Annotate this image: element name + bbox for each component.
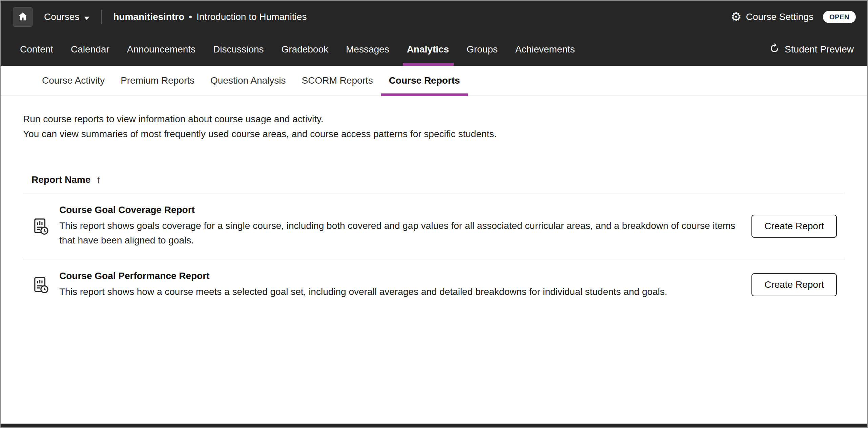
report-name-sort-button[interactable]: Report Name ↑ [32, 174, 101, 185]
bottom-window-edge [1, 424, 867, 427]
top-bar: Courses humanitiesintro • Introduction t… [1, 1, 867, 33]
home-icon [17, 11, 28, 23]
tab-calendar[interactable]: Calendar [71, 33, 109, 66]
course-nav: Content Calendar Announcements Discussio… [1, 33, 867, 66]
intro-line-1: Run course reports to view information a… [23, 112, 845, 127]
report-title: Course Goal Performance Report [59, 271, 737, 281]
tab-messages[interactable]: Messages [346, 33, 389, 66]
report-name-header-label: Report Name [32, 174, 90, 185]
report-description: This report shows goals coverage for a s… [59, 218, 737, 248]
gear-icon: ⚙ [730, 11, 741, 23]
courses-label: Courses [44, 12, 79, 22]
subtab-course-reports[interactable]: Course Reports [389, 66, 460, 95]
report-document-icon [32, 276, 49, 293]
student-preview-icon [769, 43, 780, 56]
home-button[interactable] [13, 7, 33, 27]
report-description: This report shows how a course meets a s… [59, 284, 737, 299]
tab-content[interactable]: Content [20, 33, 53, 66]
analytics-subnav: Course Activity Premium Reports Question… [1, 66, 867, 96]
open-status-badge[interactable]: OPEN [823, 11, 856, 23]
topbar-right: ⚙ Course Settings OPEN [730, 11, 856, 23]
tab-groups[interactable]: Groups [467, 33, 498, 66]
sort-ascending-icon: ↑ [96, 174, 101, 185]
report-row-performance: Course Goal Performance Report This repo… [23, 259, 845, 310]
subtab-premium-reports[interactable]: Premium Reports [121, 66, 194, 95]
report-document-icon [32, 218, 49, 235]
topbar-divider [101, 10, 102, 24]
subtab-scorm-reports[interactable]: SCORM Reports [302, 66, 373, 95]
course-settings-label: Course Settings [746, 12, 813, 22]
student-preview-label: Student Preview [785, 44, 854, 55]
tab-analytics[interactable]: Analytics [407, 33, 449, 66]
subtab-course-activity[interactable]: Course Activity [42, 66, 105, 95]
create-report-button[interactable]: Create Report [751, 215, 837, 238]
tab-achievements[interactable]: Achievements [515, 33, 575, 66]
report-info: Course Goal Coverage Report This report … [59, 205, 751, 248]
report-title: Course Goal Coverage Report [59, 205, 737, 215]
student-preview-button[interactable]: Student Preview [769, 33, 854, 66]
chevron-down-icon [84, 12, 89, 22]
course-settings-button[interactable]: ⚙ Course Settings [730, 11, 813, 23]
lms-course-window: Courses humanitiesintro • Introduction t… [0, 0, 868, 428]
course-id: humanitiesintro [113, 12, 184, 22]
report-row-coverage: Course Goal Coverage Report This report … [23, 193, 845, 259]
tab-announcements[interactable]: Announcements [127, 33, 195, 66]
report-table-header: Report Name ↑ [23, 174, 845, 185]
course-reports-panel: Run course reports to view information a… [1, 112, 867, 310]
courses-menu-button[interactable]: Courses [44, 12, 89, 22]
create-report-button[interactable]: Create Report [751, 273, 837, 296]
subtab-question-analysis[interactable]: Question Analysis [210, 66, 286, 95]
intro-text: Run course reports to view information a… [23, 112, 845, 142]
intro-line-2: You can view summaries of most frequentl… [23, 127, 845, 142]
breadcrumb-separator: • [189, 12, 192, 22]
tab-gradebook[interactable]: Gradebook [281, 33, 328, 66]
tab-discussions[interactable]: Discussions [213, 33, 264, 66]
course-name: Introduction to Humanities [197, 12, 307, 22]
breadcrumb: humanitiesintro • Introduction to Humani… [113, 12, 307, 22]
report-info: Course Goal Performance Report This repo… [59, 271, 751, 299]
